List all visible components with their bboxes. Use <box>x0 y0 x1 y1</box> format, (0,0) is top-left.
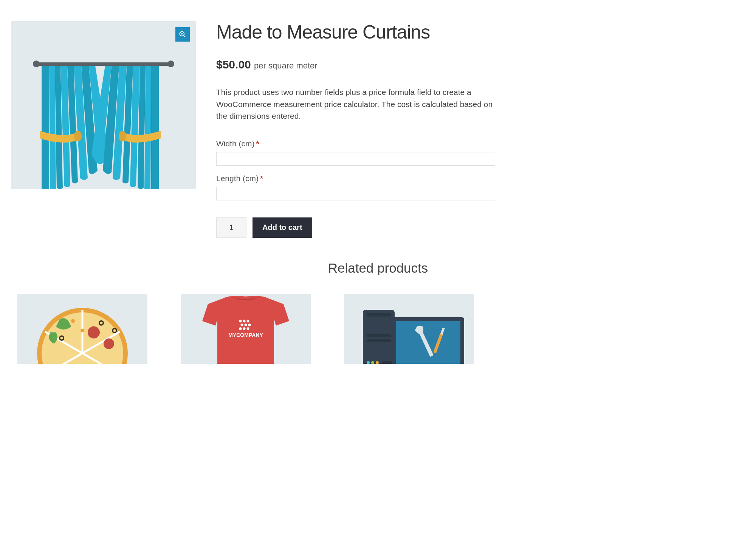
svg-rect-46 <box>396 321 460 364</box>
svg-point-26 <box>239 320 242 323</box>
svg-point-17 <box>104 338 114 349</box>
svg-point-30 <box>245 324 247 326</box>
svg-point-25 <box>81 329 84 332</box>
svg-point-32 <box>239 327 242 330</box>
quantity-input[interactable] <box>216 217 246 238</box>
product-image[interactable] <box>11 21 196 189</box>
price-suffix: per square meter <box>254 61 318 70</box>
svg-rect-38 <box>367 334 391 337</box>
svg-point-7 <box>74 131 82 141</box>
svg-point-5 <box>33 61 40 67</box>
svg-rect-4 <box>34 62 173 66</box>
required-asterisk: * <box>260 174 263 183</box>
width-input[interactable] <box>216 152 495 166</box>
svg-point-6 <box>167 61 174 67</box>
related-product-tshirt[interactable]: MYCOMPANY <box>181 294 311 364</box>
zoom-icon[interactable] <box>175 27 190 42</box>
price-amount: $50.00 <box>216 58 251 71</box>
svg-point-27 <box>243 320 246 323</box>
svg-point-33 <box>243 327 246 330</box>
svg-rect-37 <box>367 313 391 317</box>
required-asterisk: * <box>256 139 259 148</box>
svg-text:MYCOMPANY: MYCOMPANY <box>228 332 263 338</box>
svg-point-31 <box>248 324 251 326</box>
related-product-computer[interactable] <box>344 294 474 364</box>
svg-line-1 <box>184 36 186 37</box>
svg-point-23 <box>113 329 116 332</box>
related-products-heading: Related products <box>11 261 745 276</box>
product-price: $50.00 per square meter <box>216 58 495 71</box>
svg-rect-39 <box>367 339 391 342</box>
svg-point-24 <box>71 319 75 323</box>
svg-point-19 <box>60 337 63 340</box>
width-label: Width (cm)* <box>216 139 495 148</box>
add-to-cart-button[interactable]: Add to cart <box>253 217 312 238</box>
svg-point-8 <box>119 131 126 141</box>
related-product-pizza[interactable] <box>17 294 147 364</box>
product-title: Made to Measure Curtains <box>216 21 495 43</box>
length-label: Length (cm)* <box>216 174 495 183</box>
svg-point-16 <box>88 326 100 338</box>
curtain-illustration <box>11 21 196 189</box>
length-input[interactable] <box>216 187 495 200</box>
svg-point-21 <box>100 322 103 324</box>
svg-rect-43 <box>382 361 392 364</box>
svg-point-29 <box>241 324 243 326</box>
svg-point-28 <box>247 320 249 323</box>
product-description: This product uses two number fields plus… <box>216 86 495 122</box>
svg-point-34 <box>247 327 249 330</box>
